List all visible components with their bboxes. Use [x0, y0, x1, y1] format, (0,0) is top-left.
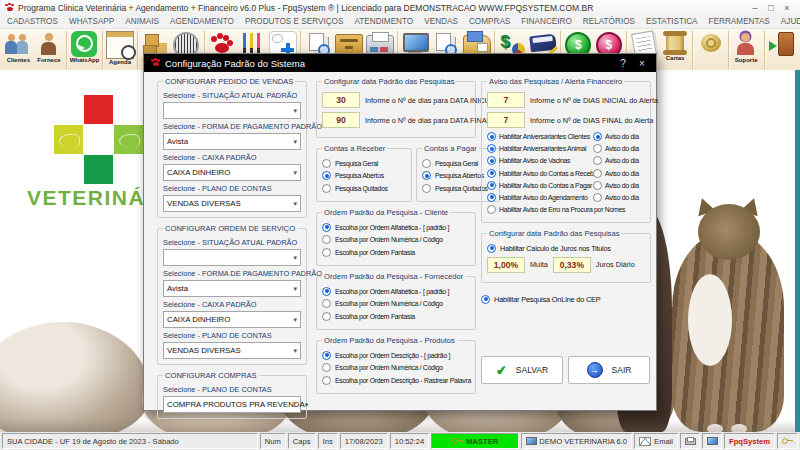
radio-unselected[interactable] — [422, 159, 431, 168]
radio-unselected[interactable] — [593, 144, 602, 153]
toolbar-agenda[interactable]: Agenda — [105, 30, 136, 70]
toolbar-whatsapp[interactable]: WhatsApp — [69, 30, 100, 70]
radio-selected[interactable] — [487, 193, 496, 202]
alert-toggle[interactable]: Habilitar Aviso do Contas a Pagar — [487, 181, 593, 190]
number-input[interactable]: 7 — [487, 92, 525, 108]
radio-unselected[interactable] — [593, 156, 602, 165]
minimize-button[interactable]: – — [747, 3, 763, 13]
dialog-help-button[interactable]: ? — [616, 58, 630, 69]
radio-selected[interactable] — [422, 171, 431, 180]
menu-produtos-e-servi-os[interactable]: PRODUTOS E SERVIÇOS — [245, 17, 343, 26]
radio-selected[interactable] — [322, 287, 331, 296]
radio-selected[interactable] — [322, 171, 331, 180]
status-email[interactable]: Email — [634, 433, 678, 449]
menu-atendimento[interactable]: ATENDIMENTO — [354, 17, 413, 26]
radio-unselected[interactable] — [322, 376, 331, 385]
radio-selected[interactable] — [593, 132, 602, 141]
radio-unselected[interactable] — [322, 235, 331, 244]
menu-animais[interactable]: ANIMAIS — [125, 17, 159, 26]
radio-unselected[interactable] — [322, 363, 331, 372]
radio-option-row[interactable]: Escolha por Ordem Descrição - [ padrão ] — [322, 351, 470, 360]
day-alert-toggle[interactable]: Aviso do dia — [593, 156, 645, 165]
day-alert-toggle[interactable]: Aviso do dia — [593, 193, 645, 202]
radio-option-row[interactable]: Pesquisa Quitados — [322, 184, 406, 193]
radio-selected[interactable] — [322, 223, 331, 232]
fine-percent-input[interactable]: 1,00% — [487, 257, 525, 273]
radio-selected[interactable] — [481, 295, 490, 304]
interest-toggle-row[interactable]: Habilitar Calculo de Juros nos Titulos — [487, 244, 645, 253]
radio-unselected[interactable] — [422, 184, 431, 193]
radio-unselected[interactable] — [322, 312, 331, 321]
number-input[interactable]: 7 — [487, 112, 525, 128]
status-printer[interactable] — [680, 433, 700, 449]
alert-toggle[interactable]: Habilitar Aniversariantes Animal — [487, 144, 593, 153]
maximize-button[interactable]: □ — [763, 3, 779, 13]
exit-button[interactable]: → SAIR — [568, 356, 650, 384]
toolbar-supplier[interactable]: Fornece — [34, 30, 65, 70]
toolbar-exit[interactable] — [766, 30, 797, 70]
radio-unselected[interactable] — [322, 159, 331, 168]
radio-option-row[interactable]: Pesquisa Abertos — [322, 171, 406, 180]
radio-unselected[interactable] — [487, 205, 496, 214]
radio-unselected[interactable] — [593, 181, 602, 190]
number-input[interactable]: 30 — [322, 92, 360, 108]
dropdown[interactable]: VENDAS DIVERSAS▾ — [163, 342, 301, 359]
radio-selected[interactable] — [487, 244, 496, 253]
radio-selected[interactable] — [487, 132, 496, 141]
alert-toggle[interactable]: Habilitar Aviso do Agendamento — [487, 193, 593, 202]
save-button[interactable]: ✔ SALVAR — [481, 356, 563, 384]
alert-toggle[interactable]: Habilitar Aniversariantes Clientes — [487, 132, 593, 141]
radio-unselected[interactable] — [322, 248, 331, 257]
number-input[interactable]: 90 — [322, 112, 360, 128]
radio-option-row[interactable]: Escolha por Ordem Alfabética - [ padrão … — [322, 223, 470, 232]
dropdown[interactable]: ▾ — [163, 249, 301, 266]
radio-option-row[interactable]: Escolha por Ordem Descrição - Rastrear P… — [322, 376, 470, 385]
radio-option-row[interactable]: Pesquisa Geral — [322, 159, 406, 168]
menu-ferramentas[interactable]: FERRAMENTAS — [709, 17, 770, 26]
menu-agendamento[interactable]: AGENDAMENTO — [170, 17, 234, 26]
menu-estatistica[interactable]: ESTATISTICA — [646, 17, 698, 26]
toolbar-support[interactable]: Suporte — [731, 30, 762, 70]
radio-selected[interactable] — [487, 144, 496, 153]
day-alert-toggle[interactable]: Aviso do dia — [593, 144, 645, 153]
radio-unselected[interactable] — [322, 299, 331, 308]
day-alert-toggle[interactable]: Aviso do dia — [593, 181, 645, 190]
toolbar-clients[interactable]: Clientes — [3, 30, 34, 70]
menu-cadastros[interactable]: CADASTROS — [7, 17, 58, 26]
day-alert-toggle[interactable]: Aviso do dia — [593, 132, 645, 141]
dropdown[interactable]: COMPRA PRODUTOS PRA REVENDA▾ — [163, 396, 301, 413]
dialog-close-button[interactable]: × — [635, 58, 649, 69]
radio-option-row[interactable]: Escolha por Ordem Alfabética - [ padrão … — [322, 287, 470, 296]
radio-option-row[interactable]: Escolha por Ordem Numérica / Código — [322, 363, 470, 372]
radio-unselected[interactable] — [593, 169, 602, 178]
alert-toggle[interactable]: Habilitar Aviso de Vacinas — [487, 156, 593, 165]
dropdown[interactable]: Avista▾ — [163, 133, 301, 150]
radio-option-row[interactable]: Escolha por Ordem Fantasia — [322, 312, 470, 321]
radio-selected[interactable] — [487, 181, 496, 190]
radio-selected[interactable] — [487, 156, 496, 165]
menu-financeiro[interactable]: FINANCEIRO — [521, 17, 572, 26]
radio-option-row[interactable]: Escolha por Ordem Fantasia — [322, 248, 470, 257]
dropdown[interactable]: ▾ — [163, 102, 301, 119]
radio-selected[interactable] — [322, 351, 331, 360]
radio-unselected[interactable] — [322, 184, 331, 193]
radio-selected[interactable] — [487, 169, 496, 178]
dropdown[interactable]: CAIXA DINHEIRO▾ — [163, 311, 301, 328]
toolbar-letters[interactable]: Cartas — [660, 30, 691, 70]
radio-unselected[interactable] — [593, 193, 602, 202]
alert-toggle[interactable]: Habilitar Aviso de Erro na Procura por N… — [487, 205, 645, 214]
menu-relat-rios[interactable]: RELATÓRIOS — [583, 17, 635, 26]
menu-ajuda[interactable]: AJUDA — [781, 17, 800, 26]
toolbar-coin[interactable] — [695, 30, 726, 70]
day-alert-toggle[interactable]: Aviso do dia — [593, 169, 645, 178]
dropdown[interactable]: Avista▾ — [163, 280, 301, 297]
close-button[interactable]: × — [779, 3, 795, 13]
menu-whatsapp[interactable]: WHATSAPP — [69, 17, 114, 26]
cep-online-toggle-row[interactable]: Habilitar Pesquisa OnLine do CEP — [481, 295, 651, 304]
dropdown[interactable]: VENDAS DIVERSAS▾ — [163, 195, 301, 212]
menu-vendas[interactable]: VENDAS — [424, 17, 458, 26]
radio-option-row[interactable]: Escolha por Ordem Numérica / Código — [322, 299, 470, 308]
daily-interest-input[interactable]: 0,33% — [553, 257, 591, 273]
dropdown[interactable]: CAIXA DINHEIRO▾ — [163, 164, 301, 181]
radio-option-row[interactable]: Escolha por Ordem Numérica / Código — [322, 235, 470, 244]
